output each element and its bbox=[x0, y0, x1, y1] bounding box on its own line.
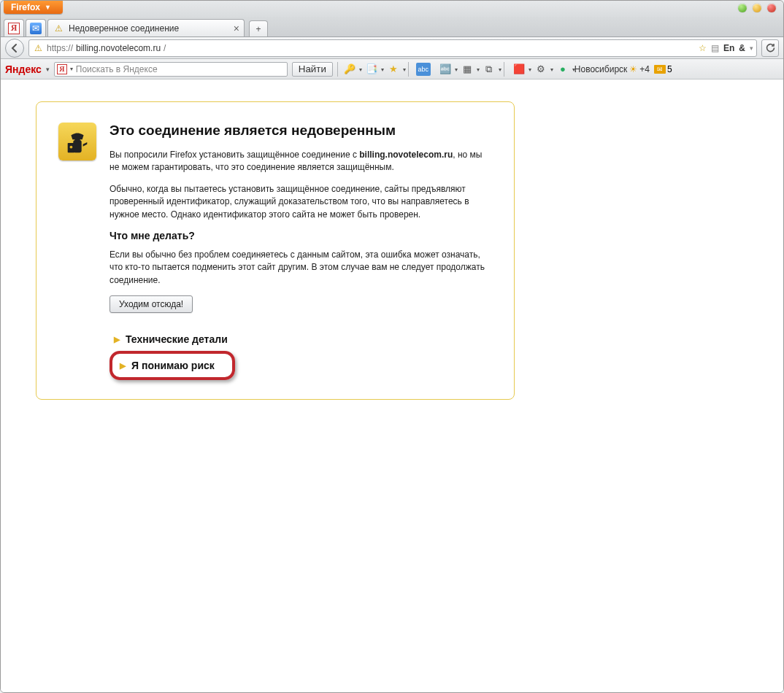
error-heading: Это соединение является недоверенным bbox=[109, 123, 492, 139]
weather-temp: +4 bbox=[639, 64, 650, 74]
security-officer-icon bbox=[58, 123, 96, 160]
spellcheck-icon[interactable]: abc bbox=[416, 63, 431, 76]
yandex-icon: Я bbox=[8, 23, 20, 34]
chevron-down-icon[interactable]: ▾ bbox=[750, 44, 753, 52]
new-tab-button[interactable]: + bbox=[249, 20, 268, 36]
chevron-down-icon: ▼ bbox=[45, 4, 51, 11]
chevron-down-icon: ▾ bbox=[70, 66, 73, 72]
yandex-weather[interactable]: Новосибирск ☀ +4 bbox=[574, 64, 650, 74]
settings-gear-icon[interactable]: ⚙▾ bbox=[534, 63, 548, 76]
get-out-button[interactable]: Уходим отсюда! bbox=[109, 295, 193, 313]
ssl-warning-icon: ⚠ bbox=[32, 42, 44, 54]
firefox-menu-label: Firefox bbox=[11, 2, 40, 12]
url-host: billing.novotelecom.ru bbox=[76, 43, 161, 53]
error-paragraph-3: Если вы обычно без проблем соединяетесь … bbox=[109, 249, 492, 287]
close-window-button[interactable] bbox=[767, 4, 776, 12]
annotation-highlight: ▶ Я понимаю риск bbox=[109, 351, 235, 380]
triangle-right-icon: ▶ bbox=[120, 361, 126, 371]
login-icon[interactable]: 🔑▾ bbox=[342, 63, 357, 76]
yandex-search-button[interactable]: Найти bbox=[292, 62, 333, 77]
firefox-menu-button[interactable]: Firefox ▼ bbox=[4, 1, 63, 14]
pinned-tab-mail[interactable]: ✉ bbox=[26, 19, 46, 36]
yandex-icon: Я bbox=[57, 64, 67, 74]
yandex-mail-counter[interactable]: ✉ 5 bbox=[654, 64, 672, 74]
envelope-icon: ✉ bbox=[654, 65, 666, 74]
error-paragraph-1: Вы попросили Firefox установить защищённ… bbox=[109, 149, 492, 174]
yandex-toolbar-label[interactable]: Яндекс bbox=[5, 63, 42, 75]
page-viewport: Это соединение является недоверенным Вы … bbox=[1, 80, 783, 693]
untrusted-connection-box: Это соединение является недоверенным Вы … bbox=[36, 101, 515, 400]
tab-close-button[interactable]: × bbox=[234, 23, 239, 34]
error-paragraph-2: Обычно, когда вы пытаетесь установить за… bbox=[109, 183, 492, 221]
svg-point-3 bbox=[74, 136, 80, 142]
warning-icon: ⚠ bbox=[53, 23, 64, 34]
pinned-tab-yandex[interactable]: Я bbox=[4, 19, 24, 36]
understand-risk-label: Я понимаю риск bbox=[131, 360, 215, 371]
yandex-search-placeholder: Поискать в Яндексе bbox=[76, 64, 158, 74]
sun-icon: ☀ bbox=[629, 64, 637, 74]
page-info-icon[interactable]: ▦▾ bbox=[460, 63, 474, 76]
feed-icon[interactable]: ▤ bbox=[711, 43, 719, 53]
tab-title: Недоверенное соединение bbox=[69, 23, 229, 34]
address-bar[interactable]: ⚠ https://billing.novotelecom.ru/ ☆ ▤ En… bbox=[28, 39, 757, 57]
reload-button[interactable] bbox=[761, 39, 779, 57]
share-icon[interactable]: ⧉▾ bbox=[482, 63, 496, 76]
locale-indicator: En bbox=[723, 43, 734, 53]
yandex-toolbar-icons: 🔑▾ 📑▾ ★▾ abc 🔤▾ ▦▾ ⧉▾ 🟥▾ ⚙▾ ●▾ bbox=[342, 62, 570, 77]
svg-rect-2 bbox=[73, 140, 81, 152]
mail-icon: ✉ bbox=[30, 23, 42, 34]
minimize-button[interactable] bbox=[738, 4, 747, 12]
city-label: Новосибирск bbox=[574, 64, 627, 74]
technical-details-expander[interactable]: ▶ Технические детали bbox=[109, 328, 492, 351]
favorites-star-icon[interactable]: ★▾ bbox=[386, 63, 401, 76]
bookmark-star-icon[interactable]: ☆ bbox=[699, 43, 707, 53]
mail-count: 5 bbox=[667, 64, 672, 74]
url-scheme: https:// bbox=[47, 43, 73, 53]
window-controls bbox=[738, 1, 783, 12]
widget-icon[interactable]: 🟥▾ bbox=[512, 63, 526, 76]
svg-point-1 bbox=[70, 146, 73, 149]
translate-icon[interactable]: 🔤▾ bbox=[438, 63, 453, 76]
separator bbox=[337, 62, 338, 77]
maximize-button[interactable] bbox=[753, 4, 761, 12]
amp-icon: & bbox=[739, 43, 745, 53]
yandex-search-input[interactable]: Я ▾ Поискать в Яндексе bbox=[54, 62, 288, 77]
bookmarks-icon[interactable]: 📑▾ bbox=[364, 63, 379, 76]
error-subheading: Что мне делать? bbox=[109, 230, 492, 241]
technical-details-label: Технические детали bbox=[126, 333, 228, 345]
url-path: / bbox=[164, 43, 166, 53]
triangle-right-icon: ▶ bbox=[114, 335, 120, 344]
separator bbox=[504, 62, 504, 77]
back-button[interactable] bbox=[5, 39, 24, 58]
status-ok-icon[interactable]: ●▾ bbox=[556, 63, 570, 76]
separator bbox=[408, 62, 409, 77]
understand-risk-expander[interactable]: ▶ Я понимаю риск bbox=[115, 355, 219, 376]
tab-active[interactable]: ⚠ Недоверенное соединение × bbox=[47, 19, 245, 36]
